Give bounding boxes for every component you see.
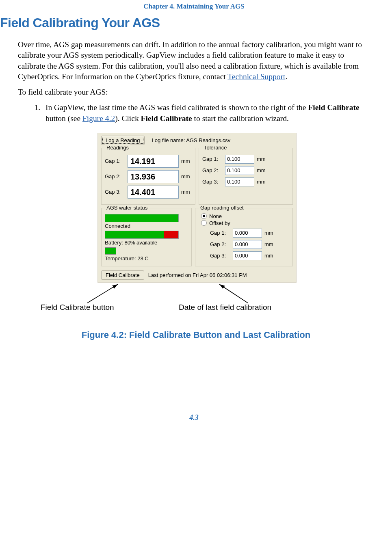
battery-bar	[105, 231, 179, 239]
last-performed-label: Last performed on Fri Apr 06 02:06:31 PM	[148, 272, 247, 278]
log-reading-button[interactable]: Log a Reading	[101, 136, 145, 145]
unit-mm: mm	[257, 167, 267, 173]
field-calibrate-button[interactable]: Field Calibrate	[101, 270, 144, 280]
off-gap-2-input[interactable]: 0.000	[233, 240, 262, 249]
tol-gap-2-label: Gap 2:	[202, 167, 223, 173]
gap-1-label: Gap 1:	[105, 158, 125, 164]
tol-gap-3-label: Gap 3:	[202, 179, 223, 185]
step-1-bold-2: Field Calibrate	[141, 114, 192, 123]
intro-text-b: .	[285, 72, 287, 81]
readings-legend: Readings	[105, 145, 130, 151]
gap-1-reading: 14.191	[128, 155, 179, 168]
tolerance-row-2: Gap 2: 0.100 mm	[202, 166, 289, 175]
figure-caption: Figure 4.2: Field Calibrate Button and L…	[0, 330, 392, 340]
svg-line-0	[87, 284, 118, 303]
figure-4-2-link[interactable]: Figure 4.2	[82, 114, 115, 123]
reading-row-3: Gap 3: 14.401 mm	[105, 186, 192, 199]
offset-row-1: Gap 1: 0.000 mm	[210, 229, 289, 238]
tolerance-row-1: Gap 1: 0.100 mm	[202, 155, 289, 164]
tolerance-group: Tolerance Gap 1: 0.100 mm Gap 2: 0.100 m…	[199, 148, 293, 205]
instruction-line: To field calibrate your AGS:	[18, 88, 373, 97]
unit-mm: mm	[181, 158, 192, 164]
unit-mm: mm	[181, 189, 192, 195]
tolerance-row-3: Gap 3: 0.100 mm	[202, 177, 289, 186]
tol-gap-2-input[interactable]: 0.100	[225, 166, 254, 175]
gapview-panel: Log a Reading Log file name: AGS Reading…	[97, 133, 297, 283]
step-1-bold-1: Field Calibrate	[308, 103, 359, 112]
offset-by-label: Offset by	[209, 220, 230, 226]
connected-label: Connected	[105, 223, 188, 229]
figure-4-2: Log a Reading Log file name: AGS Reading…	[0, 133, 392, 340]
connected-bar	[105, 214, 179, 222]
off-gap-2-label: Gap 2:	[210, 241, 230, 247]
off-gap-1-label: Gap 1:	[210, 230, 230, 236]
offset-row-2: Gap 2: 0.000 mm	[210, 240, 289, 249]
readings-group: Readings Gap 1: 14.191 mm Gap 2: 13.936 …	[101, 148, 195, 205]
step-1-text-b: button (see	[45, 114, 82, 123]
off-gap-3-input[interactable]: 0.000	[233, 251, 262, 260]
offset-none-radio[interactable]	[201, 213, 207, 219]
temperature-indicator	[105, 247, 116, 255]
step-1: In GapView, the last time the AGS was fi…	[42, 102, 377, 124]
gap-2-label: Gap 2:	[105, 173, 125, 179]
log-file-name-label: Log file name: AGS Readings.csv	[152, 137, 231, 143]
intro-text-a: Over time, AGS gap measurements can drif…	[18, 40, 362, 81]
battery-label: Battery: 80% available	[105, 240, 188, 246]
steps-list: In GapView, the last time the AGS was fi…	[29, 102, 377, 124]
offset-row-3: Gap 3: 0.000 mm	[210, 251, 289, 260]
reading-row-1: Gap 1: 14.191 mm	[105, 155, 192, 168]
gap-3-label: Gap 3:	[105, 189, 125, 195]
unit-mm: mm	[181, 173, 192, 179]
unit-mm: mm	[264, 241, 275, 247]
unit-mm: mm	[264, 230, 275, 236]
temperature-label: Temperature: 23 C	[105, 255, 188, 262]
unit-mm: mm	[257, 156, 267, 162]
step-1-text-a: In GapView, the last time the AGS was fi…	[45, 103, 308, 112]
technical-support-link[interactable]: Technical Support	[227, 72, 285, 81]
reading-row-2: Gap 2: 13.936 mm	[105, 170, 192, 183]
callout-last-calibration-date: Date of last field calibration	[179, 303, 271, 312]
intro-paragraph: Over time, AGS gap measurements can drif…	[18, 39, 373, 82]
offset-group: Gap reading offset None Offset by Gap 1:…	[195, 208, 293, 266]
page-number: 4.3	[0, 413, 388, 422]
section-title: Field Calibrating Your AGS	[0, 15, 388, 30]
wafer-status-group: AGS wafer status Connected Battery: 80% …	[101, 208, 192, 266]
tol-gap-1-label: Gap 1:	[202, 156, 223, 162]
tol-gap-3-input[interactable]: 0.100	[225, 177, 254, 186]
offset-by-radio[interactable]	[201, 220, 207, 226]
unit-mm: mm	[264, 253, 275, 259]
offset-none-label: None	[209, 213, 222, 219]
chapter-header: Chapter 4. Maintaining Your AGS	[0, 0, 388, 11]
off-gap-3-label: Gap 3:	[210, 253, 230, 259]
unit-mm: mm	[257, 179, 267, 185]
off-gap-1-input[interactable]: 0.000	[233, 229, 262, 238]
tol-gap-1-input[interactable]: 0.100	[225, 155, 254, 164]
callout-field-calibrate-button: Field Calibrate button	[41, 303, 114, 312]
offset-legend: Gap reading offset	[199, 205, 245, 211]
gap-2-reading: 13.936	[128, 170, 179, 183]
wafer-status-legend: AGS wafer status	[105, 205, 149, 211]
svg-line-1	[219, 284, 248, 303]
tolerance-legend: Tolerance	[202, 145, 228, 151]
step-1-text-c: ). Click	[115, 114, 141, 123]
step-1-text-d: to start the calibration wizard.	[192, 114, 289, 123]
figure-callouts: Field Calibrate button Date of last fiel…	[0, 283, 392, 315]
gap-3-reading: 14.401	[128, 186, 179, 199]
